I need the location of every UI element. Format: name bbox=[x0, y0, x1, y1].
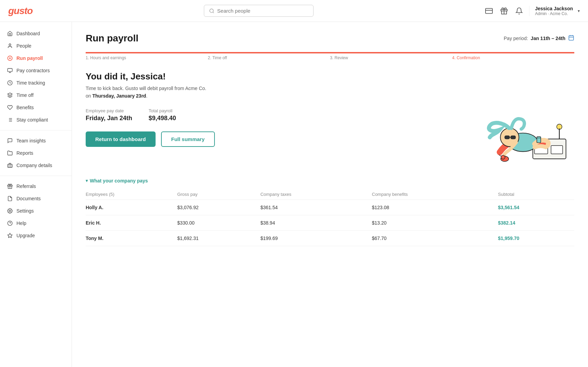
sidebar-item-referrals[interactable]: Referrals bbox=[0, 180, 72, 192]
sidebar: Dashboard People Run payroll Pay contrac… bbox=[0, 22, 72, 367]
sidebar-item-company-details[interactable]: Company details bbox=[0, 159, 72, 172]
gift-icon[interactable] bbox=[500, 7, 509, 15]
sidebar-item-label: Benefits bbox=[16, 105, 34, 110]
col-subtotal: Subtotal bbox=[491, 189, 574, 200]
total-payroll-value: $9,498.40 bbox=[149, 115, 176, 122]
page-header: Run payroll Pay period: Jan 11th – 24th bbox=[86, 33, 574, 44]
page-title: Run payroll bbox=[86, 33, 138, 44]
sidebar-item-label: Time off bbox=[16, 92, 34, 98]
payroll-table-head: Employees (5) Gross pay Company taxes Co… bbox=[86, 189, 574, 200]
pay-info: Employee pay date Friday, Jan 24th Total… bbox=[86, 108, 471, 122]
pay-period-label: Pay period: bbox=[504, 36, 528, 41]
svg-rect-33 bbox=[551, 145, 563, 154]
sidebar-item-pay-contractors[interactable]: Pay contractors bbox=[0, 64, 72, 77]
step-2-bar bbox=[208, 52, 330, 53]
time-off-icon bbox=[7, 92, 13, 98]
svg-point-43 bbox=[501, 155, 505, 159]
reports-icon bbox=[7, 150, 13, 156]
full-summary-button[interactable]: Full summary bbox=[161, 131, 215, 147]
help-icon bbox=[7, 220, 13, 226]
col-gross-pay: Gross pay bbox=[170, 189, 254, 200]
svg-rect-20 bbox=[8, 164, 12, 167]
sidebar-item-label: Referrals bbox=[16, 184, 36, 189]
col-company-taxes: Company taxes bbox=[254, 189, 365, 200]
table-row: Tony M. $1,692.31 $199.69 $67.70 $1,959.… bbox=[86, 231, 574, 246]
sidebar-item-label: Reports bbox=[16, 150, 33, 156]
sidebar-item-team-insights[interactable]: Team insights bbox=[0, 135, 72, 147]
step-3-bar bbox=[330, 52, 452, 53]
sidebar-item-label: Dashboard bbox=[16, 31, 40, 36]
toggle-chevron-icon: ▾ bbox=[86, 178, 88, 183]
svg-line-1 bbox=[213, 12, 214, 13]
user-info[interactable]: Jessica Jackson Admin · Acme Co. ▾ bbox=[529, 6, 580, 16]
pay-period: Pay period: Jan 11th – 24th bbox=[504, 35, 574, 42]
svg-rect-44 bbox=[537, 137, 541, 142]
svg-rect-39 bbox=[505, 136, 510, 139]
employee-pay-date-label: Employee pay date bbox=[86, 108, 132, 113]
svg-rect-27 bbox=[569, 36, 574, 40]
step-4-bar bbox=[452, 52, 575, 53]
company-taxes: $38.94 bbox=[254, 215, 365, 231]
svg-point-0 bbox=[210, 9, 213, 13]
table-row: Holly A. $3,076.92 $361.54 $123.08 $3,56… bbox=[86, 200, 574, 215]
sidebar-item-time-tracking[interactable]: Time tracking bbox=[0, 77, 72, 89]
sidebar-item-settings[interactable]: Settings bbox=[0, 205, 72, 217]
people-icon bbox=[7, 43, 13, 49]
subtotal: $382.14 bbox=[491, 215, 574, 231]
col-company-benefits: Company benefits bbox=[365, 189, 491, 200]
search-icon bbox=[209, 8, 215, 14]
user-role: Admin · Acme Co. bbox=[535, 11, 573, 16]
subtotal: $1,959.70 bbox=[491, 231, 574, 246]
sidebar-divider-2 bbox=[0, 176, 72, 176]
employee-pay-date-value: Friday, Jan 24th bbox=[86, 115, 132, 122]
gross-pay: $330.00 bbox=[170, 215, 254, 231]
step-4-label: 4. Confirmation bbox=[452, 55, 575, 60]
success-illustration bbox=[471, 71, 574, 167]
total-payroll-label: Total payroll bbox=[149, 108, 176, 113]
user-name: Jessica Jackson bbox=[535, 6, 573, 11]
svg-rect-10 bbox=[8, 68, 12, 72]
sidebar-item-documents[interactable]: Documents bbox=[0, 192, 72, 205]
employee-name: Holly A. bbox=[86, 200, 170, 215]
sidebar-item-benefits[interactable]: Benefits bbox=[0, 101, 72, 114]
payroll-table: Employees (5) Gross pay Company taxes Co… bbox=[86, 189, 574, 246]
payroll-header-row: Employees (5) Gross pay Company taxes Co… bbox=[86, 189, 574, 200]
sidebar-item-upgrade[interactable]: Upgrade bbox=[0, 229, 72, 242]
sidebar-item-stay-compliant[interactable]: Stay compliant bbox=[0, 114, 72, 126]
company-benefits: $13.20 bbox=[365, 215, 491, 231]
main-content: Run payroll Pay period: Jan 11th – 24th … bbox=[72, 22, 588, 367]
svg-point-6 bbox=[9, 44, 11, 46]
sidebar-item-label: Team insights bbox=[16, 138, 46, 143]
step-3-label: 3. Review bbox=[330, 55, 452, 60]
top-nav: gusto Jessica Jackson Admin · Acme Co. ▾ bbox=[0, 0, 588, 22]
sidebar-item-label: Settings bbox=[16, 208, 34, 214]
home-icon bbox=[7, 30, 13, 37]
search-input[interactable] bbox=[217, 8, 308, 14]
sidebar-item-label: Documents bbox=[16, 196, 41, 201]
action-buttons: Return to dashboard Full summary bbox=[86, 131, 471, 147]
employee-name: Tony M. bbox=[86, 231, 170, 246]
sidebar-item-people[interactable]: People bbox=[0, 40, 72, 52]
company-taxes: $199.69 bbox=[254, 231, 365, 246]
sidebar-item-reports[interactable]: Reports bbox=[0, 147, 72, 159]
sidebar-item-help[interactable]: Help bbox=[0, 217, 72, 229]
gross-pay: $1,692.31 bbox=[170, 231, 254, 246]
company-pays-toggle[interactable]: ▾ What your company pays bbox=[86, 178, 574, 184]
success-subtitle: Time to kick back. Gusto will debit payr… bbox=[86, 85, 471, 100]
return-to-dashboard-button[interactable]: Return to dashboard bbox=[86, 131, 156, 147]
success-text: You did it, Jessica! Time to kick back. … bbox=[86, 71, 471, 147]
success-section: You did it, Jessica! Time to kick back. … bbox=[86, 71, 574, 167]
team-insights-icon bbox=[7, 138, 13, 144]
step-1-bar bbox=[86, 52, 208, 53]
sidebar-item-label: Help bbox=[16, 220, 26, 226]
bell-icon[interactable] bbox=[515, 7, 524, 15]
card-icon[interactable] bbox=[485, 7, 493, 15]
subtotal: $3,561.54 bbox=[491, 200, 574, 215]
sidebar-item-dashboard[interactable]: Dashboard bbox=[0, 27, 72, 40]
step-1-label: 1. Hours and earnings bbox=[86, 55, 208, 60]
calendar-icon bbox=[568, 35, 574, 42]
sidebar-item-run-payroll[interactable]: Run payroll bbox=[0, 52, 72, 64]
success-title: You did it, Jessica! bbox=[86, 71, 471, 82]
company-icon bbox=[7, 162, 13, 168]
sidebar-item-time-off[interactable]: Time off bbox=[0, 89, 72, 101]
